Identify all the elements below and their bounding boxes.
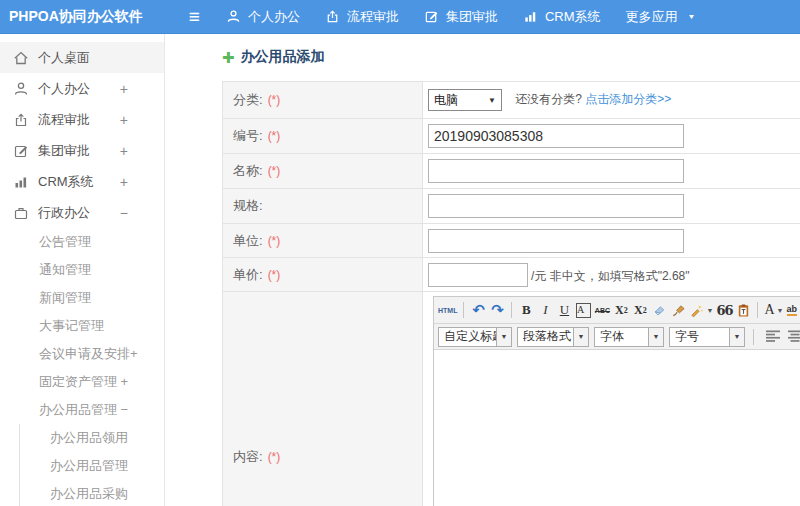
undo-icon[interactable]: ↶	[470, 300, 486, 320]
font-color-button[interactable]: A ▼	[764, 300, 783, 320]
form-row-spec: 规格:	[223, 189, 800, 224]
category-hint: 还没有分类?	[515, 92, 585, 106]
paste-as-text-icon[interactable]	[735, 300, 751, 320]
sidebar-subitem-events[interactable]: 大事记管理	[0, 312, 164, 340]
sidebar-item-label: CRM系统	[38, 173, 94, 191]
nav-group-approval[interactable]: 集团审批	[424, 8, 498, 26]
toolbar-separator	[463, 302, 464, 318]
nav-label: 更多应用	[626, 8, 678, 26]
field-label: 内容:	[233, 449, 263, 464]
editor-content-area[interactable]	[434, 350, 800, 506]
nav-crm-system[interactable]: CRM系统	[523, 8, 601, 26]
field-label: 单位:	[233, 233, 263, 248]
highlight-color-button[interactable]: ab ▼	[787, 300, 800, 320]
sidebar-subitem-supplies-claim[interactable]: 办公用品领用	[20, 424, 164, 452]
collapse-minus-icon[interactable]: −	[120, 205, 128, 221]
strikethrough-button[interactable]: ABC	[594, 300, 610, 320]
italic-button[interactable]: I	[537, 300, 553, 320]
page-title: 办公用品添加	[241, 48, 325, 66]
form-row-name: 名称:(*)	[223, 154, 800, 189]
expand-plus-icon[interactable]: +	[120, 174, 128, 190]
select-caret-icon: ▼	[488, 96, 496, 105]
user-icon	[13, 81, 29, 97]
nav-process-approval[interactable]: 流程审批	[325, 8, 399, 26]
select-caret-icon: ▼	[573, 328, 588, 346]
expand-plus-icon[interactable]: +	[120, 112, 128, 128]
sidebar-item-label: 个人办公	[38, 80, 90, 98]
field-label: 规格:	[233, 198, 263, 213]
category-select-value: 电脑	[434, 92, 458, 109]
required-mark: (*)	[268, 129, 281, 143]
sidebar-subitem-meeting[interactable]: 会议申请及安排+	[0, 340, 164, 368]
sidebar-subitem-supplies-purchase[interactable]: 办公用品采购	[20, 480, 164, 506]
eraser-icon[interactable]	[651, 300, 667, 320]
bold-button[interactable]: B	[518, 300, 534, 320]
html-source-button[interactable]: HTML	[438, 300, 457, 320]
rich-text-editor: HTML ↶ ↷ B I U A ABC X2 X2	[433, 296, 800, 506]
field-label: 名称:	[233, 163, 263, 178]
quick-format-wand-icon[interactable]: ▼	[689, 300, 713, 320]
nav-label: 集团审批	[446, 8, 498, 26]
top-nav: 个人办公 流程审批 集团审批 CRM系统 更多应用 ▼	[226, 8, 696, 26]
nav-label: CRM系统	[545, 8, 601, 26]
font-size-select[interactable]: 字号 ▼	[669, 327, 745, 347]
price-input[interactable]	[428, 263, 528, 287]
editor-toolbar-row1: HTML ↶ ↷ B I U A ABC X2 X2	[434, 297, 800, 324]
form-table: 分类:(*) 电脑 ▼ 还没有分类? 点击添加分类>> 编号:(*)	[222, 81, 800, 506]
font-box-button[interactable]: A	[576, 303, 591, 318]
spec-input[interactable]	[428, 194, 684, 218]
align-left-icon[interactable]	[765, 327, 781, 347]
custom-heading-select[interactable]: 自定义标题 ▼	[438, 327, 512, 347]
sidebar-subitem-office-supplies[interactable]: 办公用品管理 −	[0, 396, 164, 424]
chevron-down-icon: ▼	[777, 307, 784, 314]
nav-label: 个人办公	[248, 8, 300, 26]
name-input[interactable]	[428, 159, 684, 183]
sidebar-subitem-notice[interactable]: 通知管理	[0, 256, 164, 284]
sidebar-subitem-announcement[interactable]: 公告管理	[0, 228, 164, 256]
admin-office-submenu: 公告管理 通知管理 新闻管理 大事记管理 会议申请及安排+ 固定资产管理 + 办…	[0, 228, 164, 506]
redo-icon[interactable]: ↷	[489, 300, 505, 320]
share-up-icon	[325, 9, 340, 24]
sidebar-item-group-approval[interactable]: 集团审批 +	[0, 135, 164, 166]
category-select[interactable]: 电脑 ▼	[428, 89, 502, 111]
hamburger-menu-icon[interactable]: ≡	[189, 7, 200, 26]
sidebar-item-label: 行政办公	[38, 204, 90, 222]
field-label: 单价:	[233, 267, 263, 282]
nav-personal-office[interactable]: 个人办公	[226, 8, 300, 26]
briefcase-icon	[13, 205, 29, 221]
sidebar-item-admin-office[interactable]: 行政办公 −	[0, 197, 164, 228]
sidebar-item-label: 个人桌面	[38, 49, 90, 67]
sidebar-item-crm[interactable]: CRM系统 +	[0, 166, 164, 197]
form-row-category: 分类:(*) 电脑 ▼ 还没有分类? 点击添加分类>>	[223, 82, 800, 119]
font-family-select[interactable]: 字体 ▼	[594, 327, 664, 347]
sidebar-item-desktop[interactable]: 个人桌面	[0, 42, 164, 73]
user-icon	[226, 9, 241, 24]
expand-plus-icon[interactable]: +	[120, 81, 128, 97]
sidebar-item-label: 集团审批	[38, 142, 90, 160]
sidebar-item-process-approval[interactable]: 流程审批 +	[0, 104, 164, 135]
edit-icon	[424, 9, 439, 24]
nav-more-apps[interactable]: 更多应用 ▼	[626, 8, 696, 26]
unit-input[interactable]	[428, 229, 684, 253]
expand-plus-icon[interactable]: +	[120, 143, 128, 159]
code-input[interactable]	[428, 124, 684, 148]
required-mark: (*)	[268, 234, 281, 248]
subscript-button[interactable]: X2	[632, 300, 648, 320]
format-brush-icon[interactable]	[670, 300, 686, 320]
paragraph-format-select[interactable]: 段落格式 ▼	[517, 327, 589, 347]
office-supplies-submenu: 办公用品领用 办公用品管理 办公用品采购	[19, 424, 164, 506]
superscript-button[interactable]: X2	[613, 300, 629, 320]
sidebar-subitem-fixed-assets[interactable]: 固定资产管理 +	[0, 368, 164, 396]
underline-button[interactable]: U	[556, 300, 572, 320]
top-navbar: PHPOA协同办公软件 ≡ 个人办公 流程审批 集团审批 CRM系统	[0, 0, 800, 34]
sidebar-subitem-news[interactable]: 新闻管理	[0, 284, 164, 312]
alignment-buttons	[765, 327, 800, 347]
add-category-link[interactable]: 点击添加分类>>	[585, 92, 671, 106]
edit-icon	[13, 143, 29, 159]
sidebar-item-personal-office[interactable]: 个人办公 +	[0, 73, 164, 104]
align-center-icon[interactable]	[787, 327, 800, 347]
sidebar-subitem-supplies-manage[interactable]: 办公用品管理	[20, 452, 164, 480]
page-title-row: ✚ 办公用品添加	[222, 47, 800, 67]
blockquote-button[interactable]: 66	[716, 300, 732, 320]
required-mark: (*)	[268, 450, 281, 464]
